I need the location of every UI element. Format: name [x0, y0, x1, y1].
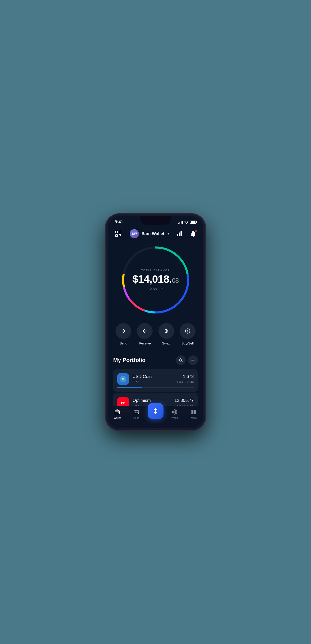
swap-action[interactable]: Swap: [158, 323, 174, 345]
svg-rect-41: [191, 412, 193, 414]
notification-button[interactable]: [189, 229, 198, 238]
receive-label: Receive: [139, 341, 151, 345]
chart-button[interactable]: [175, 229, 185, 238]
notch: [140, 216, 171, 225]
svg-line-24: [182, 361, 183, 362]
nav-center: [146, 403, 165, 419]
portfolio-search-button[interactable]: [176, 355, 186, 365]
actions-row: Send Receive: [108, 321, 203, 353]
usdc-usd: $43,003.34: [177, 380, 194, 384]
send-action[interactable]: Send: [116, 323, 131, 345]
swap-label: Swap: [162, 341, 170, 345]
asset-item-usdc[interactable]: $ USD Coin 32% 1.673 $43,003.34: [113, 369, 198, 392]
receive-action[interactable]: Receive: [137, 323, 153, 345]
svg-text:OP: OP: [121, 402, 125, 405]
usdc-amount: 1.673: [177, 374, 194, 379]
buysell-action[interactable]: $ Buy/Sell: [180, 323, 195, 345]
balance-label: TOTAL BALANCE: [132, 269, 178, 272]
svg-rect-30: [115, 411, 120, 414]
signal-icon: [178, 221, 183, 224]
svg-rect-0: [116, 231, 118, 233]
svg-rect-40: [194, 410, 196, 412]
svg-rect-9: [181, 231, 182, 236]
balance-section: TOTAL BALANCE $14,018.08 12 Assets: [108, 242, 203, 321]
status-time: 9:41: [115, 220, 123, 225]
svg-rect-2: [116, 235, 118, 237]
usdc-icon: $: [117, 373, 129, 385]
balance-amount: $14,018.08: [132, 273, 178, 285]
chevron-down-icon: ▾: [168, 232, 169, 236]
usdc-name: USD Coin: [133, 374, 174, 379]
svg-rect-7: [177, 234, 178, 236]
send-label: Send: [120, 341, 127, 345]
web3-nav-label: Web3: [171, 417, 178, 419]
usdc-values: 1.673 $43,003.34: [177, 374, 194, 384]
svg-rect-1: [119, 231, 121, 233]
notification-badge: [195, 230, 197, 232]
svg-rect-8: [179, 233, 180, 236]
optimism-name: Optimism: [133, 398, 171, 403]
svg-rect-39: [191, 410, 193, 412]
center-action-button[interactable]: [148, 403, 163, 419]
portfolio-add-button[interactable]: [188, 355, 198, 365]
svg-rect-42: [194, 412, 196, 414]
swap-icon: [158, 323, 174, 339]
status-icons: [178, 221, 196, 224]
wallet-selector[interactable]: SW Sam Wallet ▾: [130, 229, 169, 238]
battery-icon: [190, 221, 196, 224]
scan-button[interactable]: [113, 229, 123, 239]
svg-rect-31: [118, 412, 119, 413]
nfts-nav-icon: [133, 409, 140, 415]
send-icon: [116, 323, 131, 339]
wallet-nav-icon: [114, 409, 121, 415]
wallet-name: Sam Wallet: [141, 231, 164, 236]
nav-nfts[interactable]: NFTs: [127, 409, 146, 419]
bottom-navigation: Wallet NFTs: [108, 406, 203, 428]
svg-text:$: $: [122, 377, 124, 381]
portfolio-action-buttons: [176, 355, 198, 365]
portfolio-header: My Portfolio: [113, 355, 198, 365]
nav-more[interactable]: More: [184, 409, 203, 419]
svg-text:$: $: [187, 329, 188, 333]
web3-nav-icon: [171, 409, 178, 415]
phone-frame: 9:41: [106, 214, 205, 430]
buysell-icon: $: [180, 323, 195, 339]
phone-screen: 9:41: [108, 216, 203, 428]
usdc-info: USD Coin 32%: [133, 374, 174, 384]
more-nav-label: More: [191, 417, 197, 419]
nav-wallet[interactable]: Wallet: [108, 409, 127, 419]
nav-web3[interactable]: Web3: [165, 409, 184, 419]
balance-cents: 08: [172, 277, 179, 284]
svg-point-36: [174, 410, 176, 414]
balance-display: TOTAL BALANCE $14,018.08 12 Assets: [132, 269, 178, 291]
more-nav-icon: [190, 409, 197, 415]
wifi-icon: [184, 221, 188, 224]
buysell-label: Buy/Sell: [182, 341, 194, 345]
usdc-bar: [117, 387, 142, 388]
header-actions: [175, 229, 198, 238]
usdc-bar-container: [117, 387, 194, 388]
portfolio-title: My Portfolio: [113, 357, 145, 364]
svg-rect-32: [134, 410, 139, 414]
wallet-avatar: SW: [130, 229, 139, 238]
svg-point-35: [172, 410, 177, 414]
app-header: SW Sam Wallet ▾: [108, 225, 203, 242]
wallet-nav-label: Wallet: [114, 417, 121, 419]
svg-point-10: [193, 236, 194, 237]
usdc-percent: 32%: [133, 380, 174, 384]
portfolio-chart: TOTAL BALANCE $14,018.08 12 Assets: [120, 244, 191, 316]
nfts-nav-label: NFTs: [133, 417, 139, 419]
optimism-amount: 12,305.77: [174, 398, 194, 403]
receive-icon: [137, 323, 153, 339]
assets-count: 12 Assets: [132, 287, 178, 291]
